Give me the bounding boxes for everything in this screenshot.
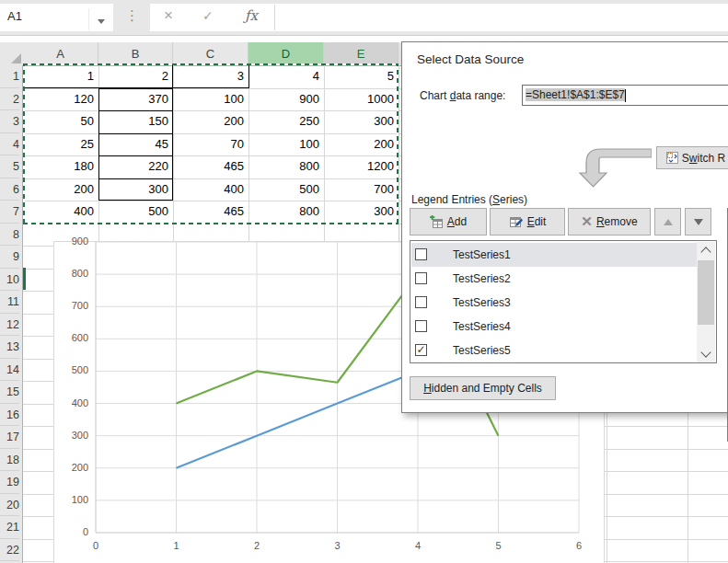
x-tick-label: 4 [404, 540, 432, 551]
column-header-D[interactable]: D [248, 42, 324, 65]
enter-icon[interactable]: ✓ [202, 8, 214, 23]
series-list-item[interactable]: TestSeries1 [411, 243, 697, 267]
column-header-B[interactable]: B [98, 42, 173, 65]
cell[interactable]: 200 [173, 110, 248, 133]
insert-function-icon[interactable]: ƒx [245, 7, 258, 24]
row-header-7[interactable]: 7 [0, 201, 19, 224]
cell[interactable]: 50 [23, 110, 98, 133]
remove-button-label: Remove [596, 215, 638, 228]
cell[interactable]: 3 [173, 65, 248, 88]
cell[interactable]: 120 [23, 88, 98, 111]
row-header-10[interactable]: 10 [0, 269, 19, 292]
row-header-14[interactable]: 14 [0, 359, 19, 382]
row-header-15[interactable]: 15 [0, 381, 19, 404]
scrollbar-thumb[interactable] [698, 260, 714, 325]
cell[interactable]: 700 [324, 178, 398, 201]
series-list-item[interactable]: TestSeries4 [411, 315, 697, 339]
row-header-19[interactable]: 19 [0, 471, 19, 494]
switch-row-column-button[interactable]: Switch R [656, 146, 728, 169]
row-header-11[interactable]: 11 [0, 291, 19, 314]
more-options-icon[interactable]: ⋮ [125, 7, 139, 24]
add-series-button[interactable]: Add [410, 208, 487, 236]
cell[interactable]: 70 [173, 133, 248, 156]
column-header-C[interactable]: C [173, 42, 248, 65]
cell[interactable]: 300 [324, 110, 398, 133]
cell[interactable]: 300 [324, 201, 398, 224]
cell[interactable]: 500 [98, 201, 172, 224]
row-header-2[interactable]: 2 [0, 88, 19, 111]
cell[interactable]: 2 [98, 65, 172, 88]
y-tick-label: 400 [54, 397, 88, 408]
row-header-4[interactable]: 4 [0, 133, 19, 156]
cell[interactable]: 5 [324, 65, 398, 88]
move-series-up-button[interactable] [654, 208, 681, 236]
row-header-21[interactable]: 21 [0, 516, 19, 539]
row-header-1[interactable]: 1 [0, 65, 19, 88]
checkbox-checked[interactable]: ✓ [415, 344, 427, 356]
row-header-22[interactable]: 22 [0, 539, 19, 562]
y-tick-label: 800 [54, 268, 88, 279]
row-header-13[interactable]: 13 [0, 336, 19, 359]
y-tick-label: 900 [54, 236, 88, 247]
cell[interactable]: 250 [248, 110, 323, 133]
row-header-6[interactable]: 6 [0, 178, 19, 201]
checkbox-unchecked[interactable] [415, 296, 427, 308]
cell[interactable]: 1000 [324, 88, 398, 111]
chart-data-range-input[interactable]: =Sheet1!$A$1:$E$7 [522, 85, 728, 106]
cell[interactable]: 100 [248, 133, 323, 156]
y-tick-label: 0 [54, 526, 88, 537]
add-button-label: Add [447, 215, 467, 228]
listbox-scrollbar[interactable] [697, 242, 715, 362]
cell[interactable]: 900 [248, 88, 323, 111]
move-series-down-button[interactable] [685, 208, 711, 236]
cell[interactable]: 25 [23, 133, 98, 156]
column-header-E[interactable]: E [324, 42, 399, 65]
cell[interactable]: 800 [248, 201, 323, 224]
scroll-down-button[interactable] [697, 346, 715, 362]
remove-series-button[interactable]: ✕ Remove [568, 208, 651, 236]
cell[interactable]: 465 [173, 201, 248, 224]
row-header-8[interactable]: 8 [0, 224, 19, 247]
row-header-3[interactable]: 3 [0, 110, 19, 133]
select-data-source-dialog: Select Data Source Chart data range: =Sh… [401, 41, 728, 413]
row-header-18[interactable]: 18 [0, 449, 19, 472]
cell[interactable]: 200 [23, 178, 98, 201]
series-list-item[interactable]: ✓TestSeries5 [411, 339, 697, 362]
cell[interactable]: 4 [248, 65, 323, 88]
name-box[interactable]: A1 [0, 4, 113, 31]
cancel-icon[interactable]: × [164, 6, 173, 25]
cell[interactable]: 100 [173, 88, 248, 111]
checkbox-unchecked[interactable] [415, 320, 427, 332]
row-header-9[interactable]: 9 [0, 246, 19, 269]
cell[interactable]: 800 [248, 155, 323, 178]
cell[interactable]: 500 [248, 178, 323, 201]
row-header-12[interactable]: 12 [0, 314, 19, 337]
series-name: TestSeries2 [453, 272, 511, 285]
row-header-20[interactable]: 20 [0, 494, 19, 517]
row-header-17[interactable]: 17 [0, 426, 19, 449]
edit-series-button[interactable]: Edit [490, 208, 565, 236]
scroll-up-button[interactable] [697, 242, 715, 259]
row-header-5[interactable]: 5 [0, 155, 19, 178]
cell[interactable]: 465 [173, 155, 248, 178]
cell[interactable]: 1 [23, 65, 98, 88]
series-list-item[interactable]: TestSeries3 [411, 291, 697, 315]
name-box-dropdown-icon[interactable] [98, 19, 105, 24]
switch-row-column-icon [666, 152, 678, 164]
y-tick-label: 600 [54, 332, 88, 343]
select-all-button[interactable] [0, 42, 24, 66]
checkbox-unchecked[interactable] [415, 272, 427, 284]
checkbox-unchecked[interactable] [415, 248, 427, 260]
cell[interactable]: 1200 [324, 155, 398, 178]
cell[interactable]: 180 [23, 155, 98, 178]
series-list-item[interactable]: TestSeries2 [411, 267, 697, 291]
cell[interactable]: 400 [23, 201, 98, 224]
text-caret [625, 89, 627, 102]
cell[interactable]: 200 [324, 133, 398, 156]
hidden-empty-cells-button[interactable]: Hidden and Empty Cells [410, 376, 556, 400]
cell[interactable]: 400 [173, 178, 248, 201]
select-all-icon [11, 53, 21, 63]
row-header-16[interactable]: 16 [0, 404, 19, 427]
column-header-A[interactable]: A [23, 42, 98, 65]
formula-divider [274, 5, 275, 30]
